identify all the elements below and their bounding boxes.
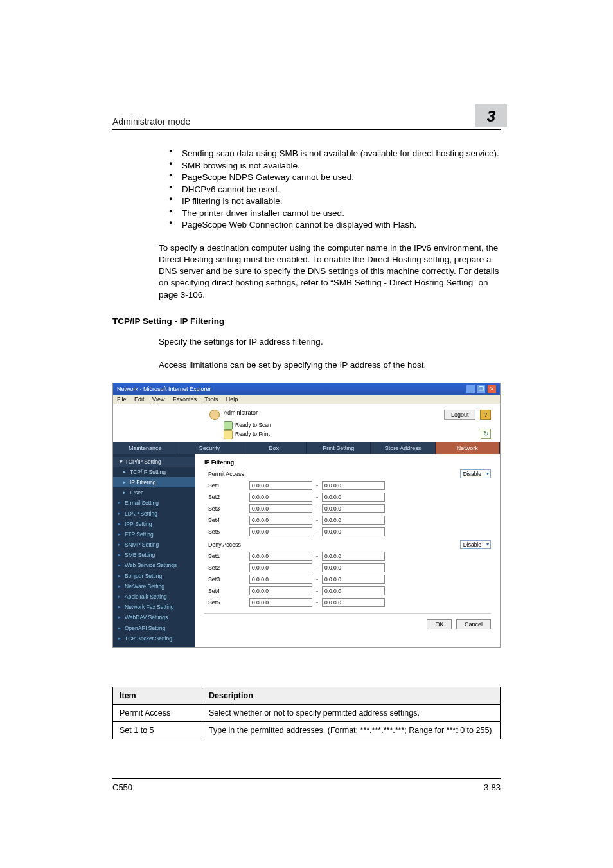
paragraph-access-limit: Access limitations can be set by specify… (159, 359, 501, 371)
deny-set3-b[interactable]: 0.0.0.0 (322, 575, 385, 584)
permit-set5-a[interactable]: 0.0.0.0 (249, 527, 312, 536)
set-label: Set4 (204, 588, 249, 594)
tab-box[interactable]: Box (242, 442, 306, 454)
panel-title: IP Filtering (204, 459, 491, 466)
table-row: Permit Access Select whether or not to s… (113, 704, 501, 721)
refresh-icon[interactable]: ↻ (481, 429, 491, 439)
minimize-icon[interactable]: _ (466, 385, 475, 393)
sidebar-item-ldap[interactable]: LDAP Setting (113, 509, 195, 519)
tab-store-address[interactable]: Store Address (371, 442, 435, 454)
chapter-number: 3 (475, 104, 507, 127)
permit-set4-b[interactable]: 0.0.0.0 (322, 516, 385, 525)
deny-set5-a[interactable]: 0.0.0.0 (249, 598, 312, 607)
description-table: Item Description Permit Access Select wh… (112, 687, 501, 739)
permit-set2-a[interactable]: 0.0.0.0 (249, 493, 312, 502)
menu-help[interactable]: Help (226, 396, 238, 402)
bullet-item: IP filtering is not available. (169, 195, 501, 207)
bullet-list: Sending scan data using SMB is not avail… (169, 148, 501, 231)
deny-set1-b[interactable]: 0.0.0.0 (322, 552, 385, 561)
main-tabs: Maintenance Security Box Print Setting S… (113, 442, 500, 454)
bullet-item: Sending scan data using SMB is not avail… (169, 148, 501, 159)
table-row: Set 1 to 5 Type in the permitted address… (113, 721, 501, 739)
sidebar-item-openapi[interactable]: OpenAPI Setting (113, 623, 195, 633)
sidebar-item-ipp[interactable]: IPP Setting (113, 519, 195, 529)
bullet-item: PageScope Web Connection cannot be displ… (169, 219, 501, 231)
sidebar-item-tcpsocket[interactable]: TCP Socket Setting (113, 633, 195, 644)
menu-bar: File Edit View Favorites Tools Help (113, 395, 500, 404)
deny-set1-a[interactable]: 0.0.0.0 (249, 552, 312, 561)
permit-set1-b[interactable]: 0.0.0.0 (322, 481, 385, 490)
sidebar-item-webservice[interactable]: Web Service Settings (113, 560, 195, 570)
sidebar-item-netware[interactable]: NetWare Setting (113, 581, 195, 592)
sidebar-item-appletalk[interactable]: AppleTalk Setting (113, 592, 195, 602)
menu-view[interactable]: View (152, 396, 164, 402)
deny-set2-b[interactable]: 0.0.0.0 (322, 563, 385, 572)
sidebar-group-tcpip[interactable]: ▼ TCP/IP Setting (113, 457, 195, 467)
permit-set1-a[interactable]: 0.0.0.0 (249, 481, 312, 490)
bullet-item: The printer driver installer cannot be u… (169, 208, 501, 219)
tab-network[interactable]: Network (436, 442, 500, 454)
set-label: Set2 (204, 565, 249, 571)
deny-set4-b[interactable]: 0.0.0.0 (322, 586, 385, 595)
window-controls: _ ❐ ✕ (466, 385, 496, 393)
print-status-icon (224, 430, 233, 439)
permit-set3-a[interactable]: 0.0.0.0 (249, 504, 312, 513)
set-label: Set1 (204, 482, 249, 489)
permit-set4-a[interactable]: 0.0.0.0 (249, 516, 312, 525)
set-label: Set4 (204, 517, 249, 523)
deny-set5-b[interactable]: 0.0.0.0 (322, 598, 385, 607)
deny-set2-a[interactable]: 0.0.0.0 (249, 563, 312, 572)
admin-icon (209, 410, 220, 420)
page-footer: C550 3-83 (112, 778, 501, 792)
scan-status-icon (224, 421, 233, 430)
permit-set3-b[interactable]: 0.0.0.0 (322, 504, 385, 513)
bullet-item: DHCPv6 cannot be used. (169, 184, 501, 195)
sidebar-sub-tcpip[interactable]: TCP/IP Setting (113, 467, 195, 477)
set-label: Set1 (204, 553, 249, 559)
window-title: Network - Microsoft Internet Explorer (117, 386, 211, 392)
cell-item: Set 1 to 5 (113, 721, 202, 739)
menu-file[interactable]: File (117, 396, 127, 402)
table-header-item: Item (113, 687, 202, 704)
permit-set2-b[interactable]: 0.0.0.0 (322, 493, 385, 502)
cell-desc: Select whether or not to specify permitt… (202, 704, 501, 721)
sidebar-item-webdav[interactable]: WebDAV Settings (113, 612, 195, 622)
paragraph-direct-hosting: To specify a destination computer using … (159, 242, 501, 301)
sidebar-item-snmp[interactable]: SNMP Setting (113, 539, 195, 550)
browser-screenshot: Network - Microsoft Internet Explorer _ … (112, 383, 501, 648)
tab-maintenance[interactable]: Maintenance (113, 442, 177, 454)
sidebar-sub-ipfiltering[interactable]: IP Filtering (113, 477, 195, 487)
table-header-description: Description (202, 687, 501, 704)
help-button[interactable]: ? (480, 410, 491, 420)
sidebar-item-smb[interactable]: SMB Setting (113, 550, 195, 560)
set-label: Set3 (204, 505, 249, 512)
sidebar-item-networkfax[interactable]: Network Fax Setting (113, 602, 195, 612)
bullet-item: SMB browsing is not available. (169, 160, 501, 172)
set-label: Set5 (204, 529, 249, 535)
window-titlebar: Network - Microsoft Internet Explorer _ … (113, 383, 500, 395)
menu-tools[interactable]: Tools (204, 396, 218, 402)
ok-button[interactable]: OK (427, 619, 452, 629)
tab-security[interactable]: Security (177, 442, 242, 454)
cancel-button[interactable]: Cancel (456, 619, 491, 629)
permit-set5-b[interactable]: 0.0.0.0 (322, 527, 385, 536)
maximize-icon[interactable]: ❐ (477, 385, 485, 393)
close-icon[interactable]: ✕ (488, 385, 496, 393)
set-label: Set3 (204, 576, 249, 583)
paragraph-specify: Specify the settings for IP address filt… (159, 336, 501, 348)
menu-edit[interactable]: Edit (134, 396, 145, 402)
deny-access-label: Deny Access (204, 541, 249, 548)
page-header: Administrator mode 3 (112, 116, 501, 130)
sidebar-item-ftp[interactable]: FTP Setting (113, 529, 195, 539)
permit-access-select[interactable]: Disable (460, 469, 491, 478)
deny-set4-a[interactable]: 0.0.0.0 (249, 586, 312, 595)
deny-set3-a[interactable]: 0.0.0.0 (249, 575, 312, 584)
menu-favorites[interactable]: Favorites (173, 396, 197, 402)
sidebar-sub-ipsec[interactable]: IPsec (113, 487, 195, 498)
tab-print-setting[interactable]: Print Setting (306, 442, 371, 454)
sidebar-item-bonjour[interactable]: Bonjour Setting (113, 571, 195, 581)
logout-button[interactable]: Logout (444, 410, 476, 420)
sidebar-item-email[interactable]: E-mail Setting (113, 498, 195, 508)
cell-desc: Type in the permitted addresses. (Format… (202, 721, 501, 739)
deny-access-select[interactable]: Disable (460, 540, 491, 549)
